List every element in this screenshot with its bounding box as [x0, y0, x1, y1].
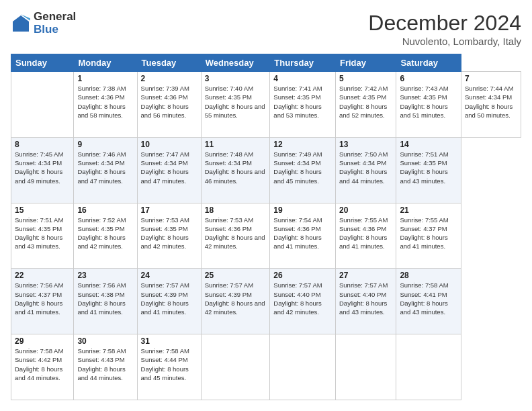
month-title: December 2024 — [368, 11, 521, 36]
calendar-day-cell — [270, 334, 336, 400]
day-info: Sunrise: 7:58 AM Sunset: 4:41 PM Dayligh… — [400, 281, 457, 316]
calendar-header-row: Sunday Monday Tuesday Wednesday Thursday… — [11, 54, 521, 72]
header-saturday: Saturday — [396, 54, 461, 72]
header-monday: Monday — [74, 54, 137, 72]
day-info: Sunrise: 7:56 AM Sunset: 4:38 PM Dayligh… — [77, 281, 133, 316]
day-number: 19 — [273, 205, 332, 215]
header-thursday: Thursday — [270, 54, 336, 72]
logo-general: General — [34, 10, 76, 23]
day-number: 14 — [400, 140, 457, 149]
day-number: 16 — [77, 205, 133, 215]
day-number: 2 — [141, 74, 197, 83]
calendar-week-row: 15 Sunrise: 7:51 AM Sunset: 4:35 PM Dayl… — [11, 203, 521, 269]
day-info: Sunrise: 7:47 AM Sunset: 4:34 PM Dayligh… — [141, 150, 197, 185]
day-info: Sunrise: 7:51 AM Sunset: 4:35 PM Dayligh… — [15, 216, 70, 251]
calendar-day-cell: 25 Sunrise: 7:57 AM Sunset: 4:39 PM Dayl… — [201, 269, 270, 334]
svg-rect-2 — [13, 26, 29, 32]
day-number: 10 — [141, 140, 197, 149]
calendar-day-cell: 8 Sunrise: 7:45 AM Sunset: 4:34 PM Dayli… — [11, 137, 74, 203]
location-title: Nuvolento, Lombardy, Italy — [368, 36, 521, 47]
calendar-day-cell: 23 Sunrise: 7:56 AM Sunset: 4:38 PM Dayl… — [74, 269, 137, 334]
day-number: 1 — [77, 74, 133, 83]
day-info: Sunrise: 7:57 AM Sunset: 4:39 PM Dayligh… — [205, 281, 267, 316]
day-number: 31 — [141, 336, 197, 346]
day-number: 21 — [400, 205, 457, 215]
calendar-week-row: 29 Sunrise: 7:58 AM Sunset: 4:42 PM Dayl… — [11, 334, 521, 400]
calendar-day-cell: 11 Sunrise: 7:48 AM Sunset: 4:34 PM Dayl… — [201, 137, 270, 203]
day-number: 25 — [205, 271, 267, 280]
day-info: Sunrise: 7:53 AM Sunset: 4:36 PM Dayligh… — [205, 216, 267, 251]
calendar-day-cell: 24 Sunrise: 7:57 AM Sunset: 4:39 PM Dayl… — [137, 269, 201, 334]
calendar-week-row: 22 Sunrise: 7:56 AM Sunset: 4:37 PM Dayl… — [11, 269, 521, 334]
day-info: Sunrise: 7:42 AM Sunset: 4:35 PM Dayligh… — [339, 84, 392, 120]
day-info: Sunrise: 7:54 AM Sunset: 4:36 PM Dayligh… — [273, 216, 332, 251]
day-number: 5 — [339, 74, 392, 83]
day-number: 11 — [205, 140, 267, 149]
logo-blue: Blue — [34, 23, 58, 36]
title-area: December 2024 Nuvolento, Lombardy, Italy — [368, 11, 521, 47]
day-info: Sunrise: 7:56 AM Sunset: 4:37 PM Dayligh… — [15, 281, 70, 316]
day-number: 8 — [15, 140, 70, 149]
calendar-day-cell: 14 Sunrise: 7:51 AM Sunset: 4:35 PM Dayl… — [396, 137, 461, 203]
calendar-day-cell: 26 Sunrise: 7:57 AM Sunset: 4:40 PM Dayl… — [270, 269, 336, 334]
day-info: Sunrise: 7:57 AM Sunset: 4:40 PM Dayligh… — [339, 281, 392, 316]
day-number: 26 — [273, 271, 332, 280]
calendar-day-cell: 31 Sunrise: 7:58 AM Sunset: 4:44 PM Dayl… — [137, 334, 201, 400]
day-info: Sunrise: 7:41 AM Sunset: 4:35 PM Dayligh… — [273, 84, 332, 120]
day-info: Sunrise: 7:57 AM Sunset: 4:40 PM Dayligh… — [273, 281, 332, 316]
calendar-day-cell: 6 Sunrise: 7:43 AM Sunset: 4:35 PM Dayli… — [396, 72, 461, 138]
day-number: 6 — [400, 74, 457, 83]
day-info: Sunrise: 7:51 AM Sunset: 4:35 PM Dayligh… — [400, 150, 457, 185]
header-friday: Friday — [335, 54, 396, 72]
day-info: Sunrise: 7:38 AM Sunset: 4:36 PM Dayligh… — [77, 84, 133, 120]
header-wednesday: Wednesday — [201, 54, 270, 72]
day-number: 20 — [339, 205, 392, 215]
calendar-day-cell — [335, 334, 396, 400]
day-info: Sunrise: 7:58 AM Sunset: 4:43 PM Dayligh… — [77, 347, 133, 382]
calendar-day-cell: 7 Sunrise: 7:44 AM Sunset: 4:34 PM Dayli… — [461, 72, 521, 138]
calendar-day-cell: 21 Sunrise: 7:55 AM Sunset: 4:37 PM Dayl… — [396, 203, 461, 269]
day-number: 12 — [273, 140, 332, 149]
calendar-day-cell: 17 Sunrise: 7:53 AM Sunset: 4:35 PM Dayl… — [137, 203, 201, 269]
calendar-day-cell: 5 Sunrise: 7:42 AM Sunset: 4:35 PM Dayli… — [335, 72, 396, 138]
day-number: 27 — [339, 271, 392, 280]
header-sunday: Sunday — [11, 54, 74, 72]
day-number: 23 — [77, 271, 133, 280]
calendar-day-cell: 28 Sunrise: 7:58 AM Sunset: 4:41 PM Dayl… — [396, 269, 461, 334]
calendar-week-row: 8 Sunrise: 7:45 AM Sunset: 4:34 PM Dayli… — [11, 137, 521, 203]
day-info: Sunrise: 7:45 AM Sunset: 4:34 PM Dayligh… — [15, 150, 70, 185]
day-number: 3 — [205, 74, 267, 83]
day-info: Sunrise: 7:55 AM Sunset: 4:37 PM Dayligh… — [400, 216, 457, 251]
calendar-day-cell: 19 Sunrise: 7:54 AM Sunset: 4:36 PM Dayl… — [270, 203, 336, 269]
generalblue-logo-icon — [11, 13, 31, 34]
calendar-day-cell: 29 Sunrise: 7:58 AM Sunset: 4:42 PM Dayl… — [11, 334, 74, 400]
day-number: 4 — [273, 74, 332, 83]
day-number: 17 — [141, 205, 197, 215]
day-info: Sunrise: 7:46 AM Sunset: 4:34 PM Dayligh… — [77, 150, 133, 185]
day-info: Sunrise: 7:44 AM Sunset: 4:34 PM Dayligh… — [465, 84, 517, 120]
day-number: 22 — [15, 271, 70, 280]
day-info: Sunrise: 7:53 AM Sunset: 4:35 PM Dayligh… — [141, 216, 197, 251]
day-number: 18 — [205, 205, 267, 215]
header-tuesday: Tuesday — [137, 54, 201, 72]
calendar-day-cell: 12 Sunrise: 7:49 AM Sunset: 4:34 PM Dayl… — [270, 137, 336, 203]
day-info: Sunrise: 7:48 AM Sunset: 4:34 PM Dayligh… — [205, 150, 267, 185]
day-info: Sunrise: 7:49 AM Sunset: 4:34 PM Dayligh… — [273, 150, 332, 185]
day-number: 13 — [339, 140, 392, 149]
calendar-day-cell: 20 Sunrise: 7:55 AM Sunset: 4:36 PM Dayl… — [335, 203, 396, 269]
day-number: 29 — [15, 336, 70, 346]
day-number: 28 — [400, 271, 457, 280]
day-info: Sunrise: 7:50 AM Sunset: 4:34 PM Dayligh… — [339, 150, 392, 185]
day-number: 30 — [77, 336, 133, 346]
logo-text: General Blue — [34, 11, 76, 36]
calendar-day-cell: 13 Sunrise: 7:50 AM Sunset: 4:34 PM Dayl… — [335, 137, 396, 203]
calendar-day-cell: 30 Sunrise: 7:58 AM Sunset: 4:43 PM Dayl… — [74, 334, 137, 400]
calendar-table: Sunday Monday Tuesday Wednesday Thursday… — [11, 54, 521, 400]
day-info: Sunrise: 7:40 AM Sunset: 4:35 PM Dayligh… — [205, 84, 267, 120]
header: General Blue December 2024 Nuvolento, Lo… — [11, 11, 521, 47]
day-info: Sunrise: 7:43 AM Sunset: 4:35 PM Dayligh… — [400, 84, 457, 120]
day-info: Sunrise: 7:39 AM Sunset: 4:36 PM Dayligh… — [141, 84, 197, 120]
calendar-day-cell: 3 Sunrise: 7:40 AM Sunset: 4:35 PM Dayli… — [201, 72, 270, 138]
day-number: 9 — [77, 140, 133, 149]
calendar-day-cell: 27 Sunrise: 7:57 AM Sunset: 4:40 PM Dayl… — [335, 269, 396, 334]
